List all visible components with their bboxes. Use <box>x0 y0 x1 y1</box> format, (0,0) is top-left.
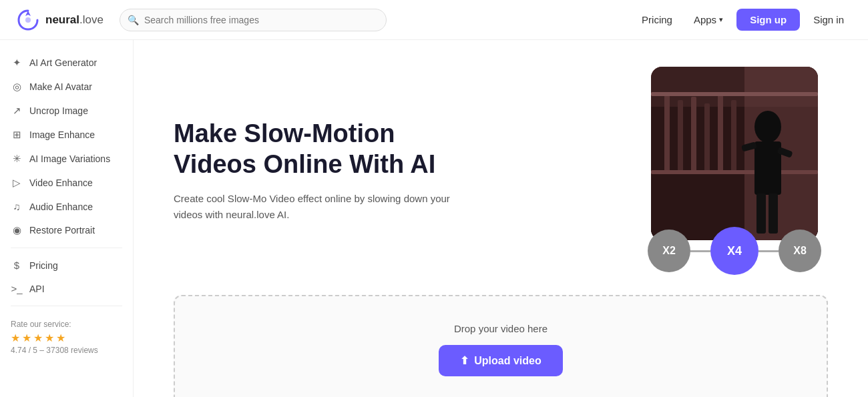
speed-x2-button[interactable]: X2 <box>648 230 690 272</box>
star-icon: ★ <box>22 332 31 344</box>
upload-hint: Drop your video here <box>454 323 548 334</box>
nav-apps[interactable]: Apps ▾ <box>686 10 731 29</box>
sidebar-item-make-ai-avatar[interactable]: ◎ Make AI Avatar <box>0 75 133 99</box>
star-icon: ★ <box>11 332 20 344</box>
svg-rect-7 <box>718 93 723 173</box>
restore-portrait-label: Restore Portrait <box>29 225 95 236</box>
logo-icon <box>16 8 40 32</box>
svg-rect-6 <box>704 103 710 173</box>
svg-rect-13 <box>754 141 781 195</box>
speed-selector: X2 X4 X8 <box>641 227 828 275</box>
signup-button[interactable]: Sign up <box>736 9 800 31</box>
sidebar-item-ai-image-variations[interactable]: ✳ AI Image Variations <box>0 147 133 171</box>
svg-rect-4 <box>678 100 683 173</box>
make-ai-avatar-icon: ◎ <box>11 81 23 93</box>
svg-rect-5 <box>691 97 696 173</box>
audio-enhance-icon: ♫ <box>11 201 23 212</box>
nav-pricing[interactable]: Pricing <box>634 10 680 29</box>
hero-title: Make Slow-MotionVideos Online With AI <box>174 119 614 179</box>
restore-portrait-icon: ◉ <box>11 224 23 236</box>
hero-text: Make Slow-MotionVideos Online With AI Cr… <box>174 119 614 222</box>
header-nav: Pricing Apps ▾ Sign up Sign in <box>634 9 852 31</box>
ai-image-variations-icon: ✳ <box>11 153 23 165</box>
header: neural.love 🔍 Pricing Apps ▾ Sign up Sig… <box>0 0 868 40</box>
sidebar-divider-2 <box>11 306 122 306</box>
sidebar: ✦ AI Art Generator ◎ Make AI Avatar ↗ Un… <box>0 40 134 397</box>
svg-point-12 <box>754 111 781 143</box>
search-input[interactable] <box>120 9 387 31</box>
ai-image-variations-label: AI Image Variations <box>29 153 110 164</box>
upload-button-label: Upload video <box>474 355 541 367</box>
sidebar-item-restore-portrait[interactable]: ◉ Restore Portrait <box>0 218 133 242</box>
star-icon: ★ <box>33 332 43 344</box>
sidebar-item-api[interactable]: >_ API <box>0 277 133 300</box>
hero-section: Make Slow-MotionVideos Online With AI Cr… <box>134 40 868 295</box>
svg-rect-10 <box>651 92 818 96</box>
main-layout: ✦ AI Art Generator ◎ Make AI Avatar ↗ Un… <box>0 40 868 397</box>
sidebar-item-image-enhance[interactable]: ⊞ Image Enhance <box>0 123 133 147</box>
image-enhance-icon: ⊞ <box>11 129 23 141</box>
speed-x8-button[interactable]: X8 <box>779 230 821 272</box>
rating-text: 4.74 / 5 – 37308 reviews <box>11 346 122 355</box>
sidebar-footer: Rate our service: ★★★★★ 4.74 / 5 – 37308… <box>0 312 133 363</box>
hero-visual: X2 X4 X8 <box>641 67 828 275</box>
star-icon: ★ <box>56 332 65 344</box>
image-enhance-label: Image Enhance <box>29 129 95 140</box>
signin-button[interactable]: Sign in <box>805 9 852 31</box>
video-enhance-label: Video Enhance <box>29 177 93 188</box>
uncrop-image-icon: ↗ <box>11 105 23 117</box>
speed-connector-1 <box>690 250 710 252</box>
stars-container: ★★★★★ <box>11 332 122 344</box>
svg-point-0 <box>25 17 31 23</box>
sidebar-item-pricing[interactable]: $ Pricing <box>0 254 133 277</box>
sidebar-item-uncrop-image[interactable]: ↗ Uncrop Image <box>0 99 133 123</box>
upload-section: Drop your video here ⬆ Upload video <box>134 295 868 397</box>
search-bar: 🔍 <box>120 9 387 31</box>
logo[interactable]: neural.love <box>16 8 103 32</box>
sidebar-item-audio-enhance[interactable]: ♫ Audio Enhance <box>0 195 133 218</box>
star-icon: ★ <box>45 332 54 344</box>
api-icon: >_ <box>11 283 23 294</box>
audio-enhance-label: Audio Enhance <box>29 202 93 212</box>
video-enhance-icon: ▷ <box>11 177 23 189</box>
ai-art-generator-icon: ✦ <box>11 57 23 69</box>
svg-rect-3 <box>664 93 670 173</box>
svg-rect-11 <box>651 170 818 174</box>
svg-rect-8 <box>731 100 736 173</box>
rate-label: Rate our service: <box>11 320 122 329</box>
hero-image <box>651 67 818 240</box>
speed-connector-2 <box>758 250 779 252</box>
pricing-label: Pricing <box>29 260 58 271</box>
main-content: Make Slow-MotionVideos Online With AI Cr… <box>134 40 868 397</box>
logo-text: neural.love <box>45 13 103 27</box>
ai-art-generator-label: AI Art Generator <box>29 57 97 68</box>
make-ai-avatar-label: Make AI Avatar <box>29 81 92 92</box>
upload-icon: ⬆ <box>460 354 469 367</box>
upload-button[interactable]: ⬆ Upload video <box>439 345 562 376</box>
uncrop-image-label: Uncrop Image <box>29 105 88 116</box>
pricing-icon: $ <box>11 260 23 271</box>
speed-x4-button[interactable]: X4 <box>710 227 758 275</box>
chevron-down-icon: ▾ <box>719 15 723 24</box>
sidebar-item-ai-art-generator[interactable]: ✦ AI Art Generator <box>0 51 133 75</box>
upload-dropzone[interactable]: Drop your video here ⬆ Upload video <box>174 295 828 397</box>
sidebar-item-video-enhance[interactable]: ▷ Video Enhance <box>0 171 133 195</box>
api-label: API <box>29 284 45 294</box>
sidebar-divider <box>11 248 122 248</box>
hero-description: Create cool Slow-Mo Video effect online … <box>174 191 454 223</box>
search-icon: 🔍 <box>128 15 139 25</box>
